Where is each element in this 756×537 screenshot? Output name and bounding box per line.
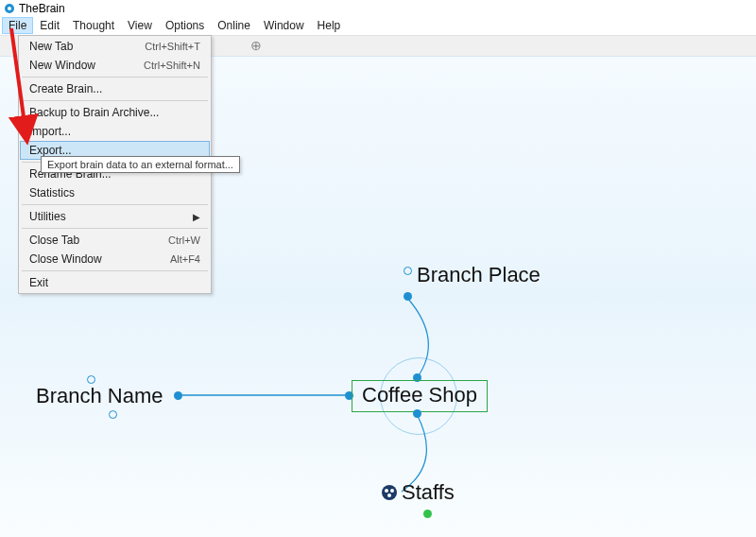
submenu-arrow-icon: ▶ (193, 212, 200, 222)
staffs-icon (381, 484, 398, 501)
menu-separator (22, 77, 208, 78)
menu-window[interactable]: Window (257, 17, 311, 34)
bottom-node-label[interactable]: Staffs (402, 480, 455, 505)
center-handle-bottom[interactable] (413, 409, 421, 418)
svg-point-4 (385, 489, 388, 493)
left-node-label[interactable]: Branch Name (36, 384, 163, 408)
svg-point-3 (382, 485, 397, 500)
export-tooltip: Export brain data to an external format.… (41, 156, 240, 173)
app-logo-icon (4, 3, 15, 14)
menu-item-label: Close Tab (29, 234, 157, 247)
svg-point-6 (387, 494, 391, 497)
menu-edit[interactable]: Edit (33, 17, 66, 34)
menu-item-label: Utilities (29, 210, 193, 223)
menu-view[interactable]: View (121, 17, 159, 34)
menu-online[interactable]: Online (211, 17, 257, 34)
menu-thought[interactable]: Thought (66, 17, 121, 34)
top-node-label[interactable]: Branch Place (417, 263, 541, 287)
menu-item-label: New Tab (29, 40, 133, 53)
menu-bar: File Edit Thought View Options Online Wi… (0, 16, 756, 35)
file-close-window[interactable]: Close Window Alt+F4 (20, 250, 210, 268)
add-tab-icon[interactable]: ⊕ (249, 39, 263, 52)
menu-help[interactable]: Help (311, 17, 348, 34)
menu-file[interactable]: File (2, 17, 33, 34)
menu-item-label: Create Brain... (29, 82, 200, 95)
menu-item-shortcut: Ctrl+Shift+N (144, 60, 200, 71)
file-create-brain[interactable]: Create Brain... (20, 79, 210, 98)
menu-separator (22, 100, 208, 101)
file-new-window[interactable]: New Window Ctrl+Shift+N (20, 56, 210, 75)
menu-item-label: Import... (29, 125, 200, 138)
bottom-node-handle[interactable] (423, 510, 432, 518)
menu-options[interactable]: Options (159, 17, 211, 34)
file-backup[interactable]: Backup to Brain Archive... (20, 103, 210, 122)
menu-item-label: Close Window (29, 252, 159, 266)
file-import[interactable]: Import... (20, 122, 210, 141)
app-title: TheBrain (19, 2, 65, 15)
menu-item-label: Export... (29, 144, 200, 157)
file-close-tab[interactable]: Close Tab Ctrl+W (20, 231, 210, 250)
top-node-handle-open[interactable] (404, 267, 412, 275)
title-bar: TheBrain (0, 0, 756, 16)
file-statistics[interactable]: Statistics (20, 183, 210, 202)
file-utilities[interactable]: Utilities ▶ (20, 207, 210, 226)
menu-separator (22, 270, 208, 271)
menu-item-label: New Window (29, 59, 132, 72)
left-node-handle-top[interactable] (87, 375, 95, 384)
left-node-handle-bottom[interactable] (109, 410, 117, 419)
center-node[interactable]: Coffee Shop (352, 380, 488, 412)
svg-point-1 (8, 7, 11, 10)
menu-item-shortcut: Ctrl+W (168, 234, 200, 246)
menu-item-label: Backup to Brain Archive... (29, 106, 200, 119)
menu-separator (22, 204, 208, 205)
menu-item-shortcut: Ctrl+Shift+T (145, 41, 200, 52)
menu-separator (22, 228, 208, 229)
top-node-handle[interactable] (404, 292, 412, 301)
svg-point-5 (390, 489, 394, 493)
menu-item-label: Exit (29, 276, 200, 289)
file-new-tab[interactable]: New Tab Ctrl+Shift+T (20, 37, 210, 56)
menu-item-shortcut: Alt+F4 (170, 253, 200, 265)
menu-item-label: Statistics (29, 186, 200, 199)
left-node-handle-right[interactable] (174, 391, 182, 400)
file-exit[interactable]: Exit (20, 273, 210, 292)
